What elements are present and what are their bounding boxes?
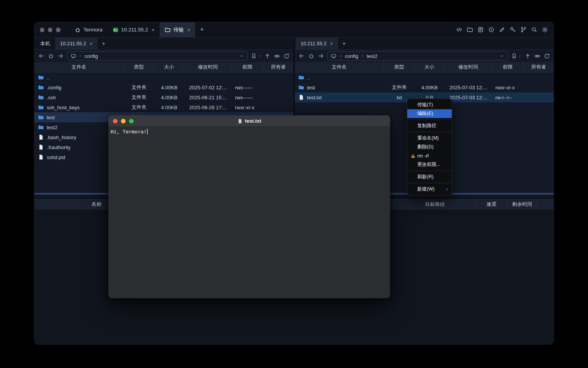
window-tab-10.211.55.2[interactable]: 10.211.55.2× bbox=[108, 22, 160, 37]
edit-icon[interactable] bbox=[499, 26, 505, 33]
path-dropdown-icon[interactable] bbox=[499, 53, 505, 59]
menu-item-复制路径[interactable]: 复制路径 bbox=[407, 122, 452, 130]
menu-item-新建(W)[interactable]: 新建(W) bbox=[407, 185, 452, 194]
back-button[interactable] bbox=[38, 53, 45, 59]
parent-dir-button[interactable] bbox=[264, 53, 271, 59]
panel-tab-10.211.55.2[interactable]: 10.211.55.2× bbox=[55, 38, 98, 49]
column-header-类型[interactable]: 类型 bbox=[384, 62, 415, 72]
column-header-大小[interactable]: 大小 bbox=[415, 62, 444, 72]
menu-item-传输(T)[interactable]: 传输(T) bbox=[407, 100, 452, 109]
panel-tab-本机[interactable]: 本机 bbox=[35, 38, 55, 49]
branch-icon[interactable] bbox=[520, 26, 527, 33]
editor-title-text: test.txt bbox=[245, 118, 261, 124]
back-button[interactable] bbox=[298, 53, 305, 59]
panel-new-tab-button[interactable]: + bbox=[98, 38, 109, 49]
breadcrumb-item[interactable]: test2 bbox=[367, 53, 377, 59]
show-hidden-button[interactable] bbox=[274, 53, 280, 59]
maximize-window-button[interactable] bbox=[56, 28, 60, 32]
column-header-所有者[interactable]: 所有者 bbox=[524, 62, 554, 72]
log-icon[interactable] bbox=[477, 26, 484, 33]
search-icon[interactable] bbox=[531, 26, 537, 33]
editor-title: test.txt bbox=[237, 118, 261, 124]
file-row[interactable]: .ssh文件夹4.00KB2025-06-21 15:...rwx------ bbox=[34, 92, 293, 102]
file-type: 文件夹 bbox=[124, 82, 154, 92]
panel-tab-label: 10.211.55.2 bbox=[60, 41, 86, 46]
file-owner bbox=[524, 72, 554, 82]
minimize-window-button[interactable] bbox=[48, 28, 52, 32]
menu-item-刷新(R)[interactable]: 刷新(R) bbox=[407, 172, 452, 181]
file-owner bbox=[263, 92, 293, 102]
file-row[interactable]: .. bbox=[34, 72, 293, 82]
breadcrumb-chevron-icon bbox=[338, 54, 343, 58]
parent-dir-button[interactable] bbox=[524, 53, 531, 59]
close-window-button[interactable] bbox=[113, 119, 118, 123]
window-tab-传输[interactable]: 传输× bbox=[160, 22, 195, 37]
breadcrumb-item[interactable]: config bbox=[345, 53, 358, 59]
column-header-修改时间[interactable]: 修改时间 bbox=[444, 62, 492, 72]
column-header-大小[interactable]: 大小 bbox=[154, 62, 184, 72]
terminal-icon bbox=[113, 27, 119, 33]
minimize-window-button[interactable] bbox=[121, 119, 126, 123]
file-row[interactable]: test文件夹4.00KB2025-07-03 12:...rwxr-xr-x bbox=[295, 82, 554, 92]
column-header-权限[interactable]: 权限 bbox=[492, 62, 524, 72]
column-header-修改时间[interactable]: 修改时间 bbox=[184, 62, 232, 72]
code-icon[interactable] bbox=[456, 26, 462, 33]
breadcrumb-item[interactable]: config bbox=[85, 53, 98, 59]
forward-button[interactable] bbox=[57, 53, 64, 59]
folder-icon bbox=[38, 74, 44, 80]
forward-button[interactable] bbox=[317, 53, 324, 59]
home-button[interactable] bbox=[48, 53, 54, 59]
menu-item-更改权限...[interactable]: 更改权限... bbox=[407, 160, 452, 169]
close-tab-icon[interactable]: × bbox=[187, 27, 190, 33]
menu-item-重命名(M)[interactable]: 重命名(M) bbox=[407, 134, 452, 143]
key-icon[interactable] bbox=[510, 26, 516, 33]
file-owner bbox=[524, 92, 554, 102]
column-header-文件名[interactable]: 文件名 bbox=[295, 62, 384, 72]
close-tab-icon[interactable]: × bbox=[90, 41, 93, 46]
show-hidden-button[interactable] bbox=[534, 53, 541, 59]
column-header-文件名[interactable]: 文件名 bbox=[34, 62, 124, 72]
menu-item-删除(D)[interactable]: 删除(D) bbox=[407, 143, 452, 151]
bookmark-button[interactable] bbox=[251, 53, 261, 59]
folder-icon[interactable] bbox=[467, 26, 473, 33]
path-bar[interactable]: config bbox=[67, 51, 248, 61]
close-window-button[interactable] bbox=[40, 28, 44, 32]
file-row[interactable]: .config文件夹4.00KB2025-07-02 12:...rwx----… bbox=[34, 82, 293, 92]
editor-window: test.txt Hi, Termora! bbox=[108, 115, 390, 298]
editor-titlebar[interactable]: test.txt bbox=[108, 115, 390, 127]
column-header-所有者[interactable]: 所有者 bbox=[263, 62, 293, 72]
close-tab-icon[interactable]: × bbox=[152, 27, 155, 33]
titlebar: Termora10.211.55.2×传输× + bbox=[34, 22, 554, 38]
file-row[interactable]: ssh_host_keys文件夹4.00KB2025-06-26 17:...r… bbox=[34, 102, 293, 112]
panel-tab-10.211.55.2[interactable]: 10.211.55.2× bbox=[296, 38, 338, 49]
file-owner bbox=[263, 102, 293, 112]
file-type bbox=[384, 72, 415, 82]
file-size bbox=[154, 72, 184, 82]
path-dropdown-icon[interactable] bbox=[239, 53, 244, 59]
home-button[interactable] bbox=[308, 53, 314, 59]
menu-item-rm -rf[interactable]: rm -rf bbox=[407, 151, 452, 160]
maximize-window-button[interactable] bbox=[129, 119, 134, 123]
file-row[interactable]: .. bbox=[295, 72, 554, 82]
transfer-column-目标路径: 目标路径 bbox=[394, 200, 476, 209]
folder-icon bbox=[298, 84, 304, 90]
path-bar[interactable]: configtest2 bbox=[327, 51, 508, 61]
file-type: 文件夹 bbox=[124, 92, 154, 102]
close-tab-icon[interactable]: × bbox=[330, 41, 333, 46]
file-size: 4.00KB bbox=[415, 82, 444, 92]
refresh-button[interactable] bbox=[544, 53, 550, 59]
refresh-button[interactable] bbox=[283, 53, 290, 59]
new-tab-button[interactable]: + bbox=[195, 22, 209, 37]
column-header-类型[interactable]: 类型 bbox=[124, 62, 154, 72]
panel-new-tab-button[interactable]: + bbox=[338, 38, 350, 49]
editor-content[interactable]: Hi, Termora! bbox=[108, 127, 390, 298]
record-icon[interactable] bbox=[488, 26, 495, 33]
file-modified: 2025-07-03 12:... bbox=[444, 82, 492, 92]
file-permissions: rwxr-xr-x bbox=[232, 102, 263, 112]
bookmark-button[interactable] bbox=[511, 53, 521, 59]
file-permissions: rwxr-xr-x bbox=[492, 82, 524, 92]
window-tab-Termora[interactable]: Termora bbox=[70, 22, 108, 37]
settings-icon[interactable] bbox=[542, 26, 548, 33]
column-header-权限[interactable]: 权限 bbox=[232, 62, 263, 72]
menu-item-编辑(E)[interactable]: 编辑(E) bbox=[407, 109, 452, 118]
